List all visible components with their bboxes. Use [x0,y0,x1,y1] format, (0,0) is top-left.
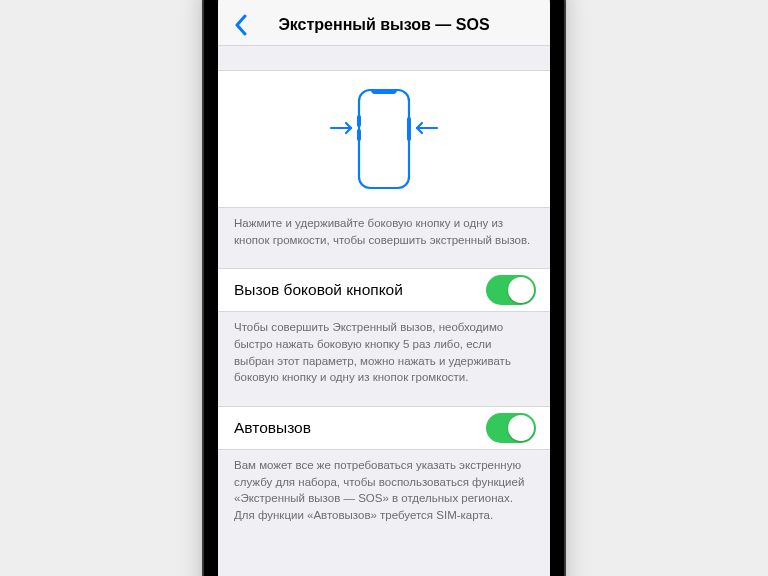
back-button[interactable] [226,14,254,36]
auto-call-label: Автовызов [234,419,311,437]
auto-call-cell[interactable]: Автовызов [218,406,550,450]
device-screen: 09:41 Экстренный вызов — SOS [218,0,550,576]
chevron-left-icon [234,14,247,36]
page-title: Экстренный вызов — SOS [218,16,550,34]
auto-call-caption: Вам может все же потребоваться указать э… [218,450,550,534]
side-button-call-switch[interactable] [486,275,536,305]
auto-call-switch[interactable] [486,413,536,443]
device-frame: 09:41 Экстренный вызов — SOS [204,0,564,576]
side-button-call-caption: Чтобы совершить Экстренный вызов, необхо… [218,312,550,396]
side-button-call-cell[interactable]: Вызов боковой кнопкой [218,268,550,312]
hero-illustration [218,70,550,208]
svg-rect-0 [359,90,409,188]
hero-caption: Нажмите и удерживайте боковую кнопку и о… [218,208,550,258]
navigation-bar: Экстренный вызов — SOS [218,4,550,46]
phone-squeeze-icon [319,84,449,194]
side-button-call-label: Вызов боковой кнопкой [234,281,403,299]
scroll-content[interactable]: Нажмите и удерживайте боковую кнопку и о… [218,46,550,576]
